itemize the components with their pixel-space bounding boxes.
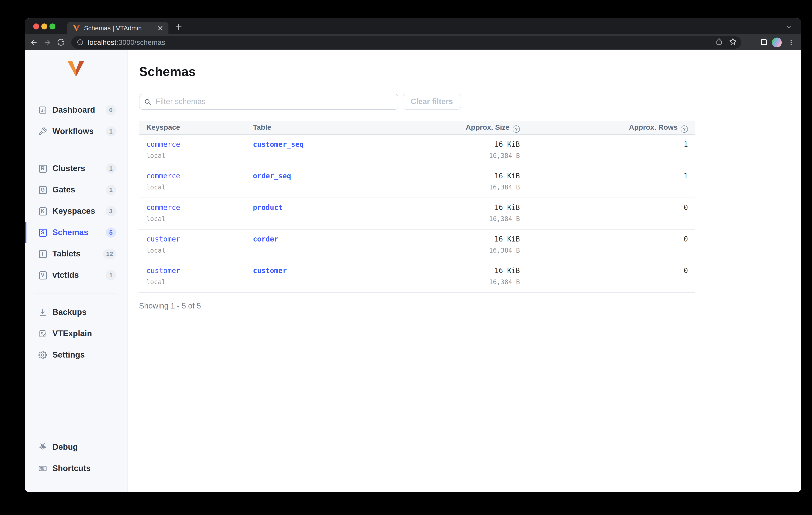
back-button[interactable]: [29, 37, 39, 47]
schema-row: commercelocalcustomer_seq16 KiB16,384 B1: [139, 135, 695, 166]
table-link[interactable]: product: [253, 204, 283, 212]
count-badge: 0: [106, 105, 116, 115]
count-badge: 1: [106, 185, 116, 195]
approx-size-value: 16 KiB: [353, 235, 520, 243]
sidebar-item-label: Workflows: [53, 127, 94, 136]
reload-button[interactable]: [56, 37, 66, 47]
help-icon[interactable]: ?: [513, 126, 520, 133]
sidebar-item-label: Keyspaces: [53, 207, 95, 216]
keyspace-link[interactable]: commerce: [146, 204, 180, 212]
page-title: Schemas: [139, 64, 801, 79]
sidebar-divider: [34, 294, 116, 294]
close-window-button[interactable]: [33, 24, 39, 29]
sidebar-item-vtexplain[interactable]: VTExplain: [25, 325, 127, 342]
tab-title: Schemas | VTAdmin: [84, 24, 156, 32]
sidebar-item-label: Clusters: [53, 164, 85, 173]
sidebar-item-dashboard[interactable]: Dashboard0: [25, 102, 127, 118]
size-bytes-value: 16,384 B: [353, 184, 520, 191]
tab-strip: Schemas | VTAdmin: [25, 18, 801, 34]
table-link[interactable]: order_seq: [253, 172, 291, 180]
url-bar[interactable]: localhost:3000/schemas: [71, 36, 741, 48]
tab-search-chevron-icon[interactable]: [784, 22, 794, 32]
filter-row: Clear filters: [139, 94, 801, 110]
sidebar-item-keyspaces[interactable]: KKeyspaces3: [25, 203, 127, 220]
forward-button[interactable]: [42, 37, 53, 47]
approx-size-value: 16 KiB: [353, 204, 520, 212]
size-bytes-value: 16,384 B: [353, 152, 520, 160]
dashboard-icon: [38, 106, 47, 114]
new-tab-button[interactable]: [173, 21, 184, 32]
table-link[interactable]: corder: [253, 235, 278, 243]
approx-size-value: 16 KiB: [353, 267, 520, 275]
approx-rows-value: 1: [520, 140, 688, 148]
letter-box-icon-g: G: [38, 186, 47, 194]
zoom-window-button[interactable]: [50, 24, 55, 29]
size-bytes-value: 16,384 B: [353, 247, 520, 254]
schema-row: commercelocalorder_seq16 KiB16,384 B1: [139, 166, 695, 198]
url-path: :3000/schemas: [116, 38, 165, 46]
size-bytes-value: 16,384 B: [353, 215, 520, 223]
screenshot-stage: Schemas | VTAdmin: [0, 0, 812, 515]
minimize-window-button[interactable]: [41, 24, 47, 29]
cluster-label: local: [146, 215, 246, 223]
results-count: Showing 1 - 5 of 5: [139, 302, 801, 310]
schemas-table: KeyspaceTableApprox. Size?Approx. Rows? …: [139, 121, 695, 293]
approx-rows-value: 1: [520, 172, 688, 180]
cluster-label: local: [146, 247, 246, 254]
sidebar-item-label: Tablets: [53, 249, 81, 259]
approx-rows-value: 0: [520, 204, 688, 212]
site-info-icon[interactable]: [76, 37, 85, 47]
keyspace-link[interactable]: customer: [146, 267, 180, 275]
sidebar-item-label: Shortcuts: [53, 464, 91, 473]
sidebar-item-clusters[interactable]: RClusters1: [25, 160, 127, 177]
schema-row: customerlocalcorder16 KiB16,384 B0: [139, 229, 695, 261]
help-icon[interactable]: ?: [680, 126, 688, 133]
tab-close-icon[interactable]: [156, 24, 164, 32]
cluster-label: local: [146, 152, 246, 160]
browser-window: Schemas | VTAdmin: [25, 18, 801, 492]
table-link[interactable]: customer_seq: [253, 140, 303, 148]
table-link[interactable]: customer: [253, 267, 287, 275]
filter-schemas-input[interactable]: [139, 94, 398, 110]
keyspace-link[interactable]: commerce: [146, 172, 180, 180]
vitess-logo[interactable]: [25, 50, 127, 77]
sidebar-item-debug[interactable]: Debug: [25, 439, 127, 456]
sidebar-divider: [34, 150, 116, 150]
profile-avatar[interactable]: [772, 37, 782, 47]
sidebar-item-tablets[interactable]: TTablets12: [25, 245, 127, 263]
table-header-row: KeyspaceTableApprox. Size?Approx. Rows?: [139, 121, 695, 135]
sidebar-item-vtctlds[interactable]: Vvtctlds1: [25, 267, 127, 284]
share-icon[interactable]: [715, 37, 723, 47]
sidebar-item-label: Schemas: [53, 228, 88, 237]
approx-size-value: 16 KiB: [353, 140, 520, 148]
sidebar-item-shortcuts[interactable]: Shortcuts: [25, 460, 127, 477]
keyspace-link[interactable]: commerce: [146, 140, 180, 148]
browser-menu-icon[interactable]: [787, 38, 795, 47]
cluster-label: local: [146, 278, 246, 286]
search-icon: [144, 98, 151, 105]
column-header-keyspace: Keyspace: [139, 123, 246, 132]
sidebar-item-workflows[interactable]: Workflows1: [25, 123, 127, 140]
browser-toolbar: localhost:3000/schemas: [25, 34, 801, 50]
sidebar-item-gates[interactable]: GGates1: [25, 181, 127, 198]
download-icon: [38, 308, 47, 317]
side-panel-icon[interactable]: [761, 39, 767, 45]
approx-rows-value: 0: [520, 235, 688, 243]
sidebar-item-backups[interactable]: Backups: [25, 304, 127, 321]
column-header-table: Table: [246, 123, 353, 132]
url-host: localhost: [88, 38, 116, 46]
browser-tab[interactable]: Schemas | VTAdmin: [67, 22, 169, 34]
count-badge: 1: [106, 126, 116, 137]
keyspace-link[interactable]: customer: [146, 235, 180, 243]
schema-row: commercelocalproduct16 KiB16,384 B0: [139, 198, 695, 229]
clipboard-check-icon: [38, 329, 47, 338]
sidebar-item-label: vtctlds: [53, 271, 79, 280]
sidebar-item-settings[interactable]: Settings: [25, 347, 127, 363]
sidebar-item-label: Gates: [53, 185, 75, 195]
sidebar-item-label: Dashboard: [53, 105, 95, 115]
vitess-favicon: [73, 25, 80, 31]
sidebar-item-schemas[interactable]: SSchemas5: [25, 224, 127, 241]
approx-rows-value: 0: [520, 267, 688, 275]
bookmark-star-icon[interactable]: [729, 37, 737, 47]
clear-filters-button[interactable]: Clear filters: [403, 94, 461, 110]
